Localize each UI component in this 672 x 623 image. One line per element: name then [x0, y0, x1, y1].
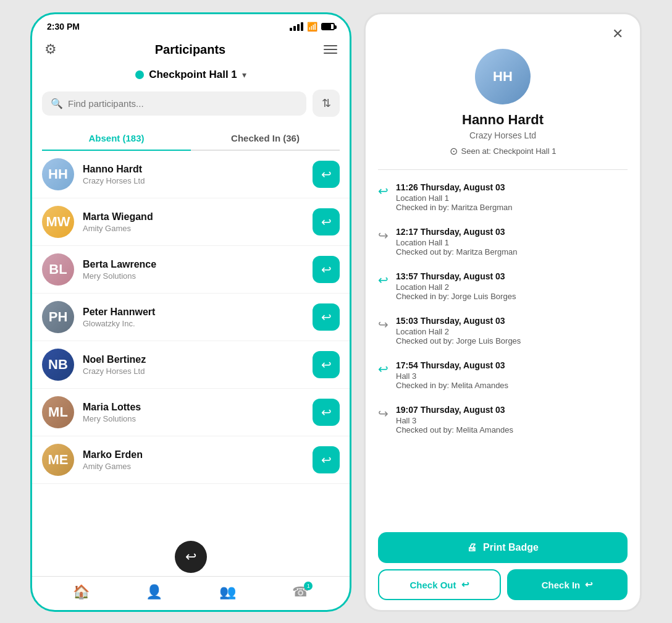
- history-by: Checked out by: Jorge Luis Borges: [396, 336, 521, 345]
- nav-group[interactable]: 👥: [219, 584, 236, 600]
- participant-company: Mery Solutions: [83, 271, 304, 281]
- list-item[interactable]: ML Maria Lottes Mery Solutions ↩: [32, 389, 350, 436]
- participant-name: Maria Lottes: [83, 402, 304, 413]
- fab-icon: ↩: [185, 549, 196, 565]
- avatar-face: ME: [42, 444, 74, 476]
- participant-name: Marko Erden: [83, 449, 304, 460]
- participant-name: Marta Wiegand: [83, 211, 304, 222]
- checkin-icon: ↩: [378, 184, 388, 198]
- checkin-arrow-icon: ↩: [321, 357, 332, 372]
- checkin-btn-2[interactable]: ↩: [313, 256, 340, 283]
- print-badge-label: Print Badge: [483, 542, 539, 553]
- home-icon: 🏠: [73, 584, 90, 600]
- participant-info: Maria Lottes Mery Solutions: [83, 402, 304, 423]
- history-location: Location Hall 1: [396, 193, 513, 203]
- history-location: Hall 3: [396, 371, 508, 381]
- participant-name: Hanno Hardt: [83, 164, 304, 175]
- list-item[interactable]: MW Marta Wiegand Amity Games ↩: [32, 198, 350, 246]
- participant-company: Glowatzky Inc.: [83, 319, 304, 328]
- checkin-btn-0[interactable]: ↩: [313, 161, 340, 188]
- close-button[interactable]: ✕: [608, 24, 628, 44]
- wifi-icon: 📶: [307, 22, 317, 32]
- checkpoint-label: Checkpoint Hall 1: [149, 69, 237, 81]
- tabs: Absent (183) Checked In (36): [42, 127, 340, 151]
- person-icon: 👤: [146, 584, 162, 600]
- time-display: 2:30 PM: [47, 22, 80, 32]
- history-list: ↩ 11:26 Thursday, August 03 Location Hal…: [366, 175, 640, 522]
- avatar: BL: [42, 253, 74, 286]
- checkpoint-selector[interactable]: Checkpoint Hall 1 ▾: [32, 65, 350, 90]
- fab-button[interactable]: ↩: [175, 541, 207, 573]
- avatar-face: MW: [42, 206, 74, 238]
- history-by: Checked in by: Jorge Luis Borges: [396, 292, 516, 301]
- nav-handshake[interactable]: ☎ 1: [292, 584, 309, 600]
- participant-name: Berta Lawrence: [83, 259, 304, 270]
- participant-info: Noel Bertinez Crazy Horses Ltd: [83, 354, 304, 376]
- list-item[interactable]: NB Noel Bertinez Crazy Horses Ltd ↩: [32, 341, 350, 389]
- checkin-button[interactable]: Check In ↩: [507, 569, 628, 600]
- history-item: ↪ 12:17 Thursday, August 03 Location Hal…: [378, 219, 628, 264]
- settings-icon[interactable]: ⚙: [44, 41, 57, 57]
- sort-icon: ⇅: [322, 96, 331, 110]
- history-location: Location Hall 1: [396, 238, 518, 247]
- search-bar: 🔍 ⇅: [32, 90, 350, 127]
- sort-button[interactable]: ⇅: [313, 90, 340, 117]
- search-input[interactable]: [68, 98, 298, 109]
- participant-company: Amity Games: [83, 462, 304, 471]
- checkin-btn-5[interactable]: ↩: [313, 399, 340, 426]
- checkin-btn-1[interactable]: ↩: [313, 208, 340, 235]
- handshake-icon: ☎ 1: [292, 584, 309, 600]
- checkin-arrow-icon: ↩: [321, 310, 332, 324]
- participant-company: Crazy Horses Ltd: [83, 367, 304, 376]
- menu-icon[interactable]: [324, 45, 337, 54]
- history-item: ↪ 19:07 Thursday, August 03 Hall 3 Check…: [378, 397, 628, 442]
- status-icons: 📶: [290, 22, 335, 32]
- participant-info: Peter Hannwert Glowatzky Inc.: [83, 307, 304, 328]
- history-by: Checked in by: Maritza Bergman: [396, 203, 513, 212]
- participant-info: Marko Erden Amity Games: [83, 449, 304, 471]
- profile-section: HH Hanno Hardt Crazy Horses Ltd ⊙ Seen a…: [366, 44, 640, 167]
- checkin-icon: ↩: [378, 362, 388, 376]
- history-time: 11:26 Thursday, August 03: [396, 182, 513, 192]
- nav-person[interactable]: 👤: [146, 584, 162, 600]
- right-panel: ✕ HH Hanno Hardt Crazy Horses Ltd ⊙ Seen…: [364, 12, 642, 612]
- checkin-arrow-icon: ↩: [321, 262, 332, 277]
- participant-name: Noel Bertinez: [83, 354, 304, 365]
- list-item[interactable]: HH Hanno Hardt Crazy Horses Ltd ↩: [32, 151, 350, 198]
- checkin-arrow-icon: ↩: [321, 167, 332, 182]
- nav-home[interactable]: 🏠: [73, 584, 90, 600]
- participant-info: Marta Wiegand Amity Games: [83, 211, 304, 233]
- divider: [378, 169, 628, 170]
- history-content: 13:57 Thursday, August 03 Location Hall …: [396, 271, 516, 301]
- tab-checked-in[interactable]: Checked In (36): [191, 127, 340, 150]
- history-time: 15:03 Thursday, August 03: [396, 316, 521, 326]
- avatar: MW: [42, 206, 74, 238]
- profile-avatar-face: HH: [475, 49, 531, 104]
- checkout-button[interactable]: Check Out ↩: [378, 569, 501, 600]
- list-item[interactable]: ME Marko Erden Amity Games ↩: [32, 436, 350, 484]
- panel-actions: 🖨 Print Badge Check Out ↩ Check In ↩: [366, 522, 640, 610]
- avatar-face: BL: [42, 253, 74, 286]
- list-item[interactable]: BL Berta Lawrence Mery Solutions ↩: [32, 246, 350, 294]
- checkin-btn-6[interactable]: ↩: [313, 446, 340, 473]
- checkout-label: Check Out: [410, 580, 456, 590]
- history-content: 17:54 Thursday, August 03 Hall 3 Checked…: [396, 360, 508, 390]
- list-item[interactable]: PH Peter Hannwert Glowatzky Inc. ↩: [32, 294, 350, 341]
- avatar: ME: [42, 444, 74, 476]
- checkin-btn-3[interactable]: ↩: [313, 303, 340, 331]
- history-time: 13:57 Thursday, August 03: [396, 271, 516, 281]
- print-badge-button[interactable]: 🖨 Print Badge: [378, 532, 628, 563]
- participant-list: HH Hanno Hardt Crazy Horses Ltd ↩ MW Mar…: [32, 151, 350, 576]
- checkout-icon: ↩: [461, 579, 469, 590]
- tab-absent[interactable]: Absent (183): [42, 127, 191, 151]
- location-icon: ⊙: [450, 145, 458, 157]
- history-content: 11:26 Thursday, August 03 Location Hall …: [396, 182, 513, 212]
- checkin-btn-4[interactable]: ↩: [313, 351, 340, 378]
- participant-info: Hanno Hardt Crazy Horses Ltd: [83, 164, 304, 185]
- avatar: HH: [42, 158, 74, 190]
- history-location: Location Hall 2: [396, 327, 521, 336]
- bottom-nav: 🏠 👤 ↩ 👥 ☎ 1: [32, 576, 350, 610]
- history-content: 12:17 Thursday, August 03 Location Hall …: [396, 227, 518, 256]
- seen-text: Seen at: Checkpoint Hall 1: [461, 146, 556, 156]
- print-icon: 🖨: [467, 542, 477, 553]
